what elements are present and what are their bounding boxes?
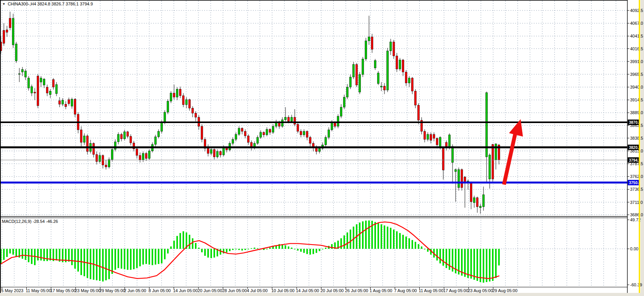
svg-text:28 Jun 05:00: 28 Jun 05:00 bbox=[222, 288, 247, 293]
low-value: 3786.1 bbox=[66, 2, 79, 6]
svg-text:4041.5: 4041.5 bbox=[630, 34, 643, 38]
symbol-ohlc-header: ▼CHINA300-,H4 3824.8 3826.7 3786.1 3794.… bbox=[2, 2, 93, 6]
svg-text:17 May 05:00: 17 May 05:00 bbox=[50, 288, 76, 293]
chevron-down-icon[interactable]: ▼ bbox=[2, 2, 5, 6]
svg-text:3914.5: 3914.5 bbox=[630, 98, 643, 102]
svg-text:20 Jun 05:00: 20 Jun 05:00 bbox=[198, 288, 222, 293]
svg-text:3838.5: 3838.5 bbox=[630, 136, 643, 140]
svg-text:8 Jun 05:00: 8 Jun 05:00 bbox=[149, 288, 171, 293]
svg-text:5 May 2023: 5 May 2023 bbox=[1, 288, 23, 293]
svg-text:14 Jun 05:00: 14 Jun 05:00 bbox=[173, 288, 198, 293]
svg-text:29 Aug 05:00: 29 Aug 05:00 bbox=[492, 288, 518, 293]
svg-text:3762.0: 3762.0 bbox=[630, 174, 643, 179]
svg-text:23 May 05:00: 23 May 05:00 bbox=[75, 288, 101, 293]
svg-text:3686.0: 3686.0 bbox=[630, 212, 643, 217]
svg-text:0.00: 0.00 bbox=[630, 246, 638, 251]
svg-text:10 Jul 05:00: 10 Jul 05:00 bbox=[272, 288, 295, 293]
svg-text:20 Jul 05:00: 20 Jul 05:00 bbox=[321, 288, 344, 293]
svg-text:4067.0: 4067.0 bbox=[630, 21, 643, 26]
svg-text:23 Aug 05:00: 23 Aug 05:00 bbox=[468, 288, 493, 293]
svg-text:-60.39: -60.39 bbox=[630, 282, 642, 287]
symbol-period-label: CHINA300-,H4 bbox=[8, 2, 36, 6]
svg-text:17 Aug 05:00: 17 Aug 05:00 bbox=[443, 288, 468, 293]
svg-text:4092.5: 4092.5 bbox=[630, 8, 643, 13]
time-axis[interactable]: 5 May 202311 May 05:0017 May 05:0023 May… bbox=[1, 287, 518, 293]
close-value: 3794.9 bbox=[80, 2, 93, 6]
svg-text:3965.5: 3965.5 bbox=[630, 72, 643, 77]
chart-canvas[interactable]: 4092.54067.04041.54016.53991.03965.53940… bbox=[0, 0, 644, 296]
svg-text:11 Aug 05:00: 11 Aug 05:00 bbox=[419, 288, 444, 293]
svg-text:11 May 05:00: 11 May 05:00 bbox=[26, 288, 51, 293]
svg-text:14 Jul 05:00: 14 Jul 05:00 bbox=[296, 288, 319, 293]
yellow-edge-line bbox=[639, 0, 641, 293]
svg-text:3736.5: 3736.5 bbox=[630, 187, 643, 192]
svg-text:3711.0: 3711.0 bbox=[630, 200, 643, 205]
svg-text:4016.5: 4016.5 bbox=[630, 46, 643, 51]
svg-text:3940.0: 3940.0 bbox=[630, 85, 643, 89]
high-value: 3826.7 bbox=[51, 2, 65, 6]
macd-indicator-label: MACD(12,26,9) -28.54 -46.26 bbox=[2, 219, 58, 224]
svg-text:7 Aug 05:00: 7 Aug 05:00 bbox=[394, 288, 417, 293]
svg-text:26 Jul 05:00: 26 Jul 05:00 bbox=[345, 288, 368, 293]
svg-text:1 Aug 05:00: 1 Aug 05:00 bbox=[370, 288, 393, 293]
svg-text:4 Jul 05:00: 4 Jul 05:00 bbox=[247, 288, 268, 293]
trading-chart-window: 4092.54067.04041.54016.53991.03965.53940… bbox=[0, 0, 644, 296]
open-value: 3824.8 bbox=[37, 2, 50, 6]
svg-text:29 May 05:00: 29 May 05:00 bbox=[99, 288, 125, 293]
svg-text:2 Jun 05:00: 2 Jun 05:00 bbox=[124, 288, 147, 293]
svg-text:3889.0: 3889.0 bbox=[630, 110, 643, 115]
svg-text:3991.0: 3991.0 bbox=[630, 59, 643, 64]
